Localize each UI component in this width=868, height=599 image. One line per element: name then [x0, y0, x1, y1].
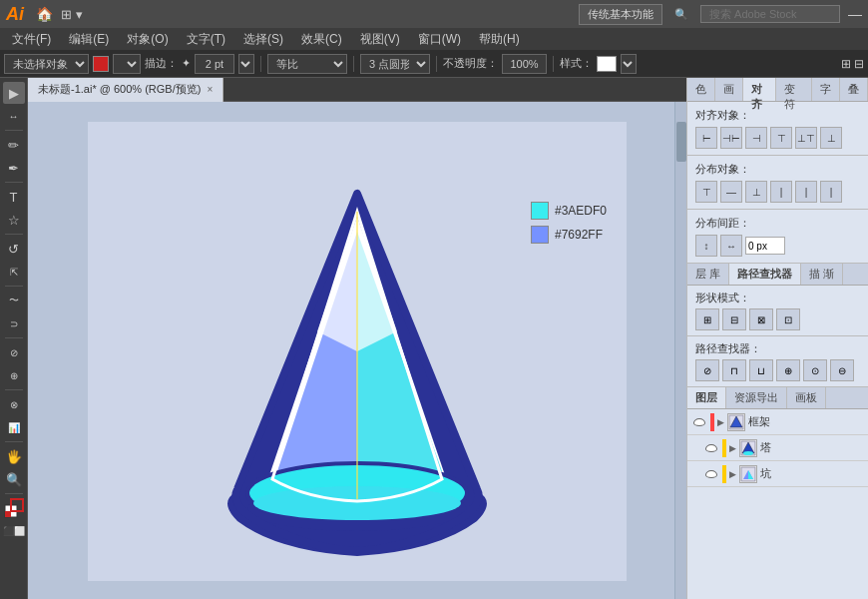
menu-view[interactable]: 视图(V): [352, 29, 408, 50]
point-shape-dropdown[interactable]: 3 点圆形: [360, 54, 430, 74]
tool-rotate[interactable]: ↺: [3, 238, 25, 260]
minus-back-button[interactable]: ⊖: [830, 359, 854, 381]
unite-button[interactable]: ⊞: [695, 308, 719, 330]
grid-icon[interactable]: ⊞ ▾: [61, 7, 83, 22]
divide-button[interactable]: ⊘: [695, 359, 719, 381]
vertical-scrollbar[interactable]: [674, 102, 686, 599]
layer-visibility-frame[interactable]: [691, 414, 707, 430]
tool-color-mode[interactable]: ⬛⬜: [3, 520, 25, 542]
tab-close-button[interactable]: ×: [207, 84, 213, 95]
panel-tab-color[interactable]: 色: [687, 78, 715, 101]
merge-button[interactable]: ⊔: [749, 359, 773, 381]
align-bottom-button[interactable]: ⊥: [820, 127, 842, 149]
menu-object[interactable]: 对象(O): [119, 29, 176, 50]
align-left-button[interactable]: ⊢: [695, 127, 717, 149]
dist-bottom-button[interactable]: ⊥: [745, 181, 767, 203]
dist-space-h-button[interactable]: ↔: [720, 235, 742, 257]
layers-tab-artboards[interactable]: 画板: [787, 387, 826, 408]
align-object-icons: ⊢ ⊣⊢ ⊣ ⊤ ⊥⊤ ⊥: [695, 127, 860, 149]
style-dropdown[interactable]: [621, 54, 637, 74]
tool-scale[interactable]: ⇱: [3, 261, 25, 283]
tool-pen[interactable]: ✏: [3, 134, 25, 156]
layer-expand-tower[interactable]: ▶: [729, 443, 736, 453]
panel-tab-transform[interactable]: 变 符: [776, 78, 812, 101]
align-center-h-button[interactable]: ⊣⊢: [720, 127, 742, 149]
layers-tab-assets[interactable]: 资源导出: [726, 387, 787, 408]
pathfinder-tab-layers[interactable]: 层 库: [687, 264, 729, 285]
menu-help[interactable]: 帮助(H): [471, 29, 528, 50]
outline-button[interactable]: ⊙: [803, 359, 827, 381]
object-select-dropdown[interactable]: 未选择对象: [4, 54, 89, 74]
menu-edit[interactable]: 编辑(E): [61, 29, 117, 50]
align-right-button[interactable]: ⊣: [745, 127, 767, 149]
tool-fill-stroke[interactable]: [3, 497, 25, 519]
stroke-width-dropdown[interactable]: [238, 54, 254, 74]
align-center-v-button[interactable]: ⊥⊤: [795, 127, 817, 149]
canvas-scroll[interactable]: #3AEDF0 #7692FF: [28, 102, 686, 599]
tool-width[interactable]: ⊃: [3, 312, 25, 334]
menu-window[interactable]: 窗口(W): [410, 29, 469, 50]
stroke-width-input[interactable]: [195, 54, 234, 74]
panel-top-tabs: 色 画 对齐 变 符 字 叠: [687, 78, 868, 102]
tool-direct-select[interactable]: ↔: [3, 105, 25, 127]
tool-star[interactable]: ☆: [3, 209, 25, 231]
distribute-px-input[interactable]: [745, 237, 785, 255]
pathfinder-ops-title: 路径查找器：: [695, 341, 860, 356]
intersect-button[interactable]: ⊠: [749, 308, 773, 330]
layer-item-frame[interactable]: ▶ 框架: [687, 409, 868, 435]
exclude-button[interactable]: ⊡: [776, 308, 800, 330]
layer-visibility-pit[interactable]: [703, 466, 719, 482]
panel-tab-stack[interactable]: 叠: [840, 78, 868, 101]
style-color-box[interactable]: [597, 56, 617, 72]
dist-left-button[interactable]: |: [770, 181, 792, 203]
pathfinder-tab-pathfinder[interactable]: 路径查找器: [729, 264, 801, 285]
tool-warp[interactable]: 〜: [3, 290, 25, 311]
panel-tab-paint[interactable]: 画: [715, 78, 743, 101]
trim-button[interactable]: ⊓: [722, 359, 746, 381]
layer-expand-pit[interactable]: ▶: [729, 469, 736, 479]
distribute-object-icons: ⊤ — ⊥ | | |: [695, 181, 860, 203]
menu-text[interactable]: 文字(T): [179, 29, 233, 50]
align-top-button[interactable]: ⊤: [770, 127, 792, 149]
tool-symbol[interactable]: ⊗: [3, 393, 25, 415]
minimize-button[interactable]: —: [848, 6, 862, 22]
menu-effect[interactable]: 效果(C): [293, 29, 350, 50]
pathfinder-tab-stroke[interactable]: 描 渐: [801, 264, 843, 285]
panel-tab-align[interactable]: 对齐: [743, 78, 776, 101]
menu-select[interactable]: 选择(S): [235, 29, 291, 50]
home-icon[interactable]: 🏠: [36, 6, 53, 22]
dist-center-h-button[interactable]: |: [795, 181, 817, 203]
layer-expand-frame[interactable]: ▶: [717, 417, 724, 427]
menu-file[interactable]: 文件(F): [4, 29, 59, 50]
tool-eyedrop[interactable]: ⊘: [3, 341, 25, 363]
stock-search-input[interactable]: [700, 5, 840, 23]
minus-front-button[interactable]: ⊟: [722, 308, 746, 330]
opacity-input[interactable]: [502, 54, 547, 74]
dist-top-button[interactable]: ⊤: [695, 181, 717, 203]
layer-visibility-tower[interactable]: [703, 440, 719, 456]
stroke-color-box[interactable]: [93, 56, 109, 72]
dist-space-v-button[interactable]: ↕: [695, 235, 717, 257]
separator-3: [436, 56, 437, 72]
crop-button[interactable]: ⊕: [776, 359, 800, 381]
tool-hand[interactable]: 🖐: [3, 445, 25, 467]
legend-label-cyan: #3AEDF0: [555, 204, 607, 218]
layers-tab-layers[interactable]: 图层: [687, 387, 726, 408]
dist-right-button[interactable]: |: [820, 181, 842, 203]
document-tab[interactable]: 未标题-1.ai* @ 600% (RGB/预览) ×: [28, 78, 223, 102]
scrollbar-thumb[interactable]: [676, 122, 686, 162]
tool-pencil[interactable]: ✒: [3, 157, 25, 179]
stroke-shape-dropdown[interactable]: ⬜: [113, 54, 141, 74]
tool-zoom[interactable]: 🔍: [3, 468, 25, 490]
tool-text[interactable]: T: [3, 186, 25, 208]
tool-sep-5: [5, 337, 23, 338]
workspace-selector[interactable]: 传统基本功能: [579, 4, 662, 25]
layer-item-pit[interactable]: ▶ 坑: [687, 461, 868, 487]
tool-blend[interactable]: ⊕: [3, 364, 25, 386]
dist-center-v-button[interactable]: —: [720, 181, 742, 203]
tool-graph[interactable]: 📊: [3, 416, 25, 438]
line-style-dropdown[interactable]: 等比: [267, 54, 347, 74]
tool-select[interactable]: ▶: [3, 82, 25, 104]
layer-item-tower[interactable]: ▶ 塔: [687, 435, 868, 461]
panel-tab-char[interactable]: 字: [812, 78, 840, 101]
